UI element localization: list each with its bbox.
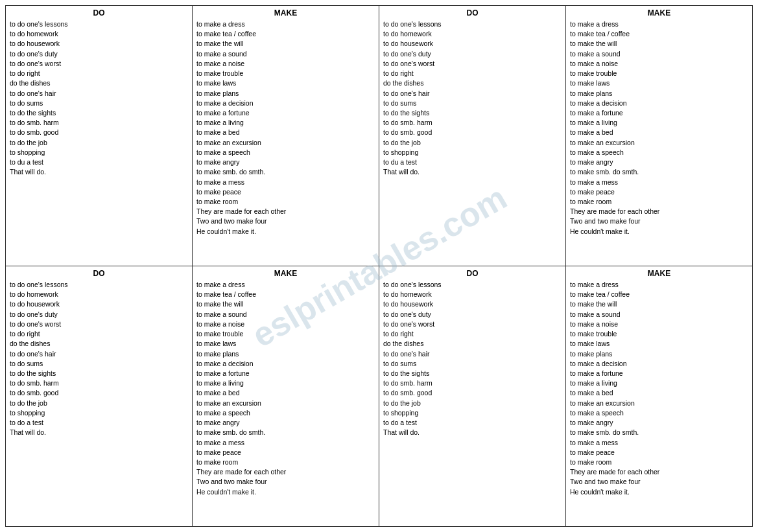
header-make-bottom-right: MAKE xyxy=(570,269,748,278)
list-item: to do one's duty xyxy=(383,49,562,59)
list-item: to make a fortune xyxy=(570,369,748,378)
list-item: to do a test xyxy=(383,418,562,428)
list-item: to du a test xyxy=(383,157,562,167)
list-item: to make a dress xyxy=(196,280,375,290)
list-item: to do smb. harm xyxy=(383,378,562,388)
list-item: to do one's worst xyxy=(383,319,562,329)
col-do-bottom-right: DO to do one's lessonsto do homeworkto d… xyxy=(379,266,566,526)
header-make-top-right: MAKE xyxy=(570,8,748,17)
list-item: to make a speech xyxy=(196,408,375,418)
col-make-bottom-right: MAKE to make a dressto make tea / coffee… xyxy=(566,266,752,526)
list-item: to do right xyxy=(383,329,562,339)
list-item: to do smb. good xyxy=(10,128,188,137)
list-item: to do one's duty xyxy=(10,310,188,319)
list-item: to do one's hair xyxy=(383,349,562,359)
list-item: to shopping xyxy=(10,408,188,418)
page: eslprintables.com DO to do one's lessons… xyxy=(0,0,758,532)
list-item: to make an excursion xyxy=(570,138,748,148)
list-item: to do one's lessons xyxy=(383,280,562,290)
quadrant-top-right: DO to do one's lessonsto do homeworkto d… xyxy=(379,5,753,266)
list-item: to make room xyxy=(570,197,748,207)
list-item: to do a test xyxy=(10,418,188,428)
list-item: to make a dress xyxy=(570,19,748,29)
list-item: to make peace xyxy=(570,187,748,197)
list-item: He couldn't make it. xyxy=(196,227,375,237)
do-top-right-items: to do one's lessonsto do homeworkto do h… xyxy=(383,19,562,178)
list-item: to make tea / coffee xyxy=(196,290,375,299)
list-item: to do right xyxy=(10,329,188,339)
list-item: to make angry xyxy=(196,418,375,428)
list-item: to do one's lessons xyxy=(10,280,188,290)
list-item: to make smb. do smth. xyxy=(196,428,375,437)
list-item: That will do. xyxy=(10,428,188,437)
list-item: to do smb. good xyxy=(383,388,562,398)
list-item: to do the job xyxy=(383,399,562,408)
list-item: to make laws xyxy=(196,78,375,88)
list-item: to make a decision xyxy=(196,98,375,108)
list-item: to du a test xyxy=(10,157,188,167)
list-item: to do homework xyxy=(10,29,188,39)
list-item: to make the will xyxy=(570,39,748,49)
list-item: to make a sound xyxy=(196,310,375,319)
list-item: to do smb. good xyxy=(10,388,188,398)
list-item: to make a decision xyxy=(196,359,375,369)
list-item: to do one's duty xyxy=(383,310,562,319)
list-item: do the dishes xyxy=(383,339,562,349)
list-item: to make a noise xyxy=(570,59,748,69)
header-do-top-left: DO xyxy=(10,8,188,17)
list-item: to make trouble xyxy=(570,69,748,78)
list-item: to make a fortune xyxy=(196,369,375,378)
list-item: to make a fortune xyxy=(196,108,375,118)
list-item: to make a fortune xyxy=(570,108,748,118)
list-item: to make tea / coffee xyxy=(570,29,748,39)
list-item: to make trouble xyxy=(196,69,375,78)
header-do-top-right: DO xyxy=(383,8,562,17)
list-item: to shopping xyxy=(383,408,562,418)
make-bottom-left-items: to make a dressto make tea / coffeeto ma… xyxy=(196,280,375,497)
list-item: to do one's worst xyxy=(383,59,562,69)
list-item: to make peace xyxy=(196,448,375,457)
col-make-top-right: MAKE to make a dressto make tea / coffee… xyxy=(566,6,752,266)
list-item: to do right xyxy=(10,69,188,78)
list-item: to make laws xyxy=(570,339,748,349)
list-item: to do one's lessons xyxy=(10,19,188,29)
header-make-bottom-left: MAKE xyxy=(196,269,375,278)
list-item: to make trouble xyxy=(196,329,375,339)
quadrant-top-left: DO to do one's lessonsto do homeworkto d… xyxy=(5,5,379,266)
list-item: to do homework xyxy=(383,290,562,299)
list-item: to make angry xyxy=(570,418,748,428)
list-item: to do homework xyxy=(383,29,562,39)
do-bottom-right-items: to do one's lessonsto do homeworkto do h… xyxy=(383,280,562,438)
list-item: to do the job xyxy=(10,138,188,148)
list-item: do the dishes xyxy=(10,78,188,88)
col-make-top-left: MAKE to make a dressto make tea / coffee… xyxy=(193,6,379,266)
list-item: to make a speech xyxy=(570,148,748,157)
list-item: to make peace xyxy=(196,187,375,197)
list-item: to do the sights xyxy=(383,369,562,378)
list-item: to make smb. do smth. xyxy=(570,167,748,177)
list-item: to make a mess xyxy=(570,438,748,448)
quadrant-bottom-right: DO to do one's lessonsto do homeworkto d… xyxy=(379,266,753,527)
header-do-bottom-left: DO xyxy=(10,269,188,278)
list-item: to do smb. harm xyxy=(383,118,562,128)
list-item: They are made for each other xyxy=(570,207,748,216)
list-item: to do one's hair xyxy=(383,89,562,98)
list-item: to make a decision xyxy=(570,359,748,369)
list-item: to make a noise xyxy=(196,59,375,69)
list-item: to do housework xyxy=(10,299,188,309)
list-item: to shopping xyxy=(10,148,188,157)
list-item: to make a noise xyxy=(570,319,748,329)
list-item: to do one's worst xyxy=(10,59,188,69)
list-item: to make angry xyxy=(570,157,748,167)
list-item: to make a dress xyxy=(196,19,375,29)
list-item: to make room xyxy=(196,457,375,467)
list-item: to make a living xyxy=(196,118,375,128)
list-item: He couldn't make it. xyxy=(570,227,748,237)
list-item: to do smb. harm xyxy=(10,378,188,388)
header-make-top-left: MAKE xyxy=(196,8,375,17)
list-item: to make an excursion xyxy=(196,138,375,148)
list-item: do the dishes xyxy=(383,78,562,88)
list-item: to make room xyxy=(196,197,375,207)
list-item: to make smb. do smth. xyxy=(196,167,375,177)
col-do-bottom-left: DO to do one's lessonsto do homeworkto d… xyxy=(6,266,193,526)
